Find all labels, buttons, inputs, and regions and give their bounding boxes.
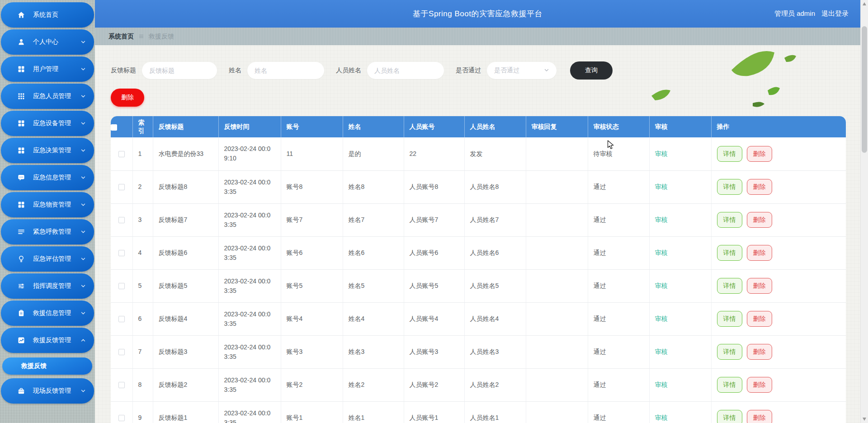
- grid-icon: [17, 201, 25, 209]
- vertical-scrollbar[interactable]: [860, 0, 868, 423]
- cell-audit: 审核: [649, 335, 711, 368]
- row-delete-button[interactable]: 删除: [747, 278, 772, 294]
- select-all-checkbox[interactable]: [111, 124, 117, 131]
- detail-button[interactable]: 详情: [717, 146, 742, 162]
- sidebar-item-label: 救援信息管理: [33, 309, 80, 317]
- sidebar-item-2[interactable]: 用户管理: [1, 56, 94, 82]
- sidebar-item-11[interactable]: 救援信息管理: [1, 301, 94, 326]
- cell-person-account: 人员账号6: [404, 236, 464, 269]
- detail-button[interactable]: 详情: [717, 377, 742, 393]
- chevron-up-icon: [80, 338, 86, 343]
- detail-button[interactable]: 详情: [717, 344, 742, 360]
- audit-link[interactable]: 审核: [655, 183, 668, 190]
- row-delete-button[interactable]: 删除: [747, 344, 772, 360]
- breadcrumb-home[interactable]: 系统首页: [108, 33, 134, 41]
- filter-name-input[interactable]: [247, 62, 324, 79]
- sidebar-item-8[interactable]: 紧急呼救管理: [1, 219, 94, 244]
- cell-index: 7: [132, 335, 153, 368]
- sidebar-item-3[interactable]: 应急人员管理: [1, 84, 94, 109]
- sidebar-subitem-active[interactable]: 救援反馈: [2, 357, 92, 375]
- bulk-delete-button[interactable]: 删除: [111, 89, 144, 107]
- row-checkbox[interactable]: [118, 184, 125, 190]
- row-checkbox[interactable]: [118, 349, 125, 355]
- cell-actions: 详情删除: [711, 302, 846, 335]
- scrollbar-up-icon[interactable]: [863, 2, 866, 5]
- cell-actions: 详情删除: [711, 137, 846, 170]
- sidebar-item-5[interactable]: 应急决策管理: [1, 138, 94, 163]
- col-name: 姓名: [343, 116, 404, 137]
- cell-status: 通过: [588, 401, 649, 423]
- filter-title-input[interactable]: [142, 62, 217, 79]
- grid-icon: [17, 119, 25, 127]
- scrollbar-down-icon[interactable]: [863, 418, 866, 421]
- sidebar-item-label: 应急物资管理: [33, 201, 80, 209]
- cell-name: 是的: [343, 137, 404, 170]
- cell-status: 通过: [588, 302, 649, 335]
- sidebar-item-4[interactable]: 应急设备管理: [1, 111, 94, 136]
- detail-button[interactable]: 详情: [717, 179, 742, 195]
- detail-button[interactable]: 详情: [717, 245, 742, 261]
- row-checkbox-cell: [111, 269, 132, 302]
- sidebar-item-6[interactable]: 应急信息管理: [1, 165, 94, 190]
- detail-button[interactable]: 详情: [717, 212, 742, 228]
- detail-button[interactable]: 详情: [717, 311, 742, 327]
- sidebar-item-9[interactable]: 应急评估管理: [1, 246, 94, 272]
- row-delete-button[interactable]: 删除: [747, 377, 772, 393]
- row-checkbox[interactable]: [118, 283, 125, 289]
- cell-time: 2023-02-24 00:03:35: [218, 203, 281, 236]
- row-delete-button[interactable]: 删除: [747, 146, 772, 162]
- row-delete-button[interactable]: 删除: [747, 179, 772, 195]
- logout-link[interactable]: 退出登录: [821, 9, 849, 18]
- row-checkbox[interactable]: [118, 316, 125, 322]
- row-checkbox[interactable]: [118, 217, 125, 223]
- row-delete-button[interactable]: 删除: [747, 311, 772, 327]
- cell-person-name: 人员姓名3: [464, 335, 526, 368]
- row-checkbox[interactable]: [118, 250, 125, 256]
- audit-link[interactable]: 审核: [655, 315, 668, 322]
- cell-name: 姓名4: [343, 302, 404, 335]
- filter-person-input[interactable]: [367, 62, 444, 79]
- chevron-down-icon: [80, 94, 86, 99]
- audit-link[interactable]: 审核: [655, 414, 668, 421]
- audit-link[interactable]: 审核: [655, 216, 668, 223]
- cell-status: 通过: [588, 170, 649, 203]
- audit-link[interactable]: 审核: [655, 249, 668, 256]
- row-checkbox[interactable]: [118, 415, 125, 421]
- cell-index: 8: [132, 368, 153, 401]
- audit-link[interactable]: 审核: [655, 282, 668, 289]
- chat-icon: [17, 174, 25, 182]
- row-checkbox[interactable]: [118, 382, 125, 388]
- cell-title: 反馈标题1: [153, 401, 218, 423]
- sidebar-item-14[interactable]: 现场反馈管理: [1, 378, 94, 404]
- cell-name: 姓名5: [343, 269, 404, 302]
- search-button[interactable]: 查询: [570, 61, 613, 80]
- row-checkbox-cell: [111, 203, 132, 236]
- top-header: 基于Spring Boot的灾害应急救援平台 管理员 admin 退出登录: [95, 0, 860, 28]
- sidebar-item-1[interactable]: 个人中心: [1, 29, 94, 55]
- grid-icon: [17, 65, 25, 73]
- detail-button[interactable]: 详情: [717, 278, 742, 294]
- detail-button[interactable]: 详情: [717, 410, 742, 423]
- sidebar-item-10[interactable]: 指挥调度管理: [1, 273, 94, 299]
- filter-pass-select[interactable]: 是否通过: [487, 62, 557, 79]
- sidebar-item-label: 指挥调度管理: [33, 282, 80, 290]
- cell-time: 2023-02-24 00:03:35: [218, 368, 281, 401]
- row-delete-button[interactable]: 删除: [747, 410, 772, 423]
- cell-person-name: 人员姓名4: [464, 302, 526, 335]
- cell-person-account: 人员账号8: [404, 170, 464, 203]
- row-delete-button[interactable]: 删除: [747, 212, 772, 228]
- cell-person-name: 人员姓名1: [464, 401, 526, 423]
- audit-link[interactable]: 审核: [655, 348, 668, 355]
- sidebar-item-0[interactable]: 系统首页: [1, 2, 94, 28]
- row-checkbox[interactable]: [118, 151, 125, 157]
- audit-link[interactable]: 审核: [655, 150, 668, 157]
- row-delete-button[interactable]: 删除: [747, 245, 772, 261]
- cell-person-account: 人员账号1: [404, 401, 464, 423]
- cell-person-account: 人员账号4: [404, 302, 464, 335]
- sidebar-item-12[interactable]: 救援反馈管理: [1, 328, 94, 353]
- scrollbar-thumb[interactable]: [862, 26, 867, 153]
- audit-link[interactable]: 审核: [655, 381, 668, 388]
- row-checkbox-cell: [111, 335, 132, 368]
- sidebar-item-7[interactable]: 应急物资管理: [1, 192, 94, 217]
- cell-time: 2023-02-24 00:03:35: [218, 302, 281, 335]
